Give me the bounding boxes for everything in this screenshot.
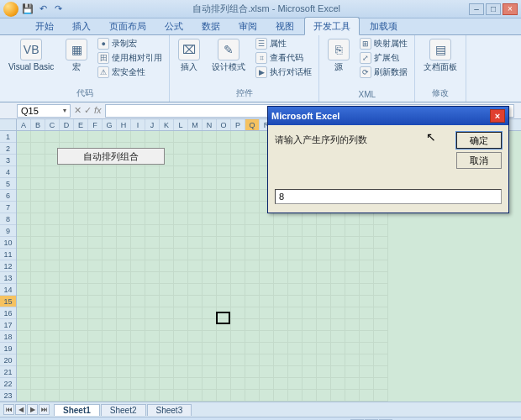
col-header-I[interactable]: I: [131, 119, 145, 130]
grid-row[interactable]: [17, 378, 521, 390]
tab-审阅[interactable]: 审阅: [230, 18, 266, 34]
row-header-7[interactable]: 7: [0, 202, 16, 213]
tab-加载项[interactable]: 加载项: [361, 18, 406, 34]
row-header-14[interactable]: 14: [0, 284, 16, 296]
grid-row[interactable]: [17, 260, 521, 272]
select-all-corner[interactable]: [0, 119, 17, 131]
row-header-8[interactable]: 8: [0, 213, 16, 225]
office-button[interactable]: [3, 2, 18, 17]
grid-row[interactable]: [17, 237, 521, 249]
row-header-3[interactable]: 3: [0, 155, 16, 166]
grid-row[interactable]: [17, 331, 521, 343]
macros-button[interactable]: ▦宏: [62, 37, 91, 73]
view-code-button[interactable]: ⌗查看代码: [254, 51, 313, 65]
tab-视图[interactable]: 视图: [267, 18, 303, 34]
grid-row[interactable]: [17, 213, 521, 225]
row-header-12[interactable]: 12: [0, 260, 16, 272]
row-header-9[interactable]: 9: [0, 225, 16, 237]
tab-页面布局[interactable]: 页面布局: [101, 18, 155, 34]
col-header-P[interactable]: P: [231, 119, 245, 130]
row-header-5[interactable]: 5: [0, 178, 16, 190]
grid-row[interactable]: [17, 354, 521, 366]
source-button[interactable]: ⎘源: [324, 37, 353, 73]
dialog-cancel-button[interactable]: 取消: [456, 152, 502, 169]
tab-开始[interactable]: 开始: [27, 18, 62, 34]
grid-row[interactable]: [17, 390, 521, 402]
use-relative-button[interactable]: 田使用相对引用: [96, 51, 164, 65]
expansion-button[interactable]: ⤢扩展包: [358, 51, 409, 65]
grid-row[interactable]: [17, 284, 521, 296]
row-header-16[interactable]: 16: [0, 307, 16, 319]
row-header-15[interactable]: 15: [0, 296, 16, 307]
sheet-first-button[interactable]: ⏮: [3, 404, 14, 415]
col-header-C[interactable]: C: [45, 119, 60, 130]
row-header-20[interactable]: 20: [0, 354, 16, 366]
grid-row[interactable]: [17, 366, 521, 378]
col-header-A[interactable]: A: [17, 119, 31, 130]
dialog-close-button[interactable]: ×: [490, 109, 505, 123]
maximize-button[interactable]: □: [486, 3, 501, 15]
row-header-22[interactable]: 22: [0, 378, 16, 390]
grid-row[interactable]: [17, 296, 521, 307]
tab-公式[interactable]: 公式: [156, 18, 192, 34]
sheet-last-button[interactable]: ⏭: [39, 404, 50, 415]
row-header-13[interactable]: 13: [0, 272, 16, 284]
dialog-input[interactable]: [275, 189, 502, 204]
properties-button[interactable]: ☰属性: [254, 37, 313, 50]
row-header-6[interactable]: 6: [0, 190, 16, 202]
macro-security-button[interactable]: ⚠宏安全性: [96, 66, 164, 79]
col-header-G[interactable]: G: [103, 119, 117, 130]
sheet-next-button[interactable]: ▶: [27, 404, 38, 415]
tab-数据[interactable]: 数据: [193, 18, 229, 34]
row-header-17[interactable]: 17: [0, 319, 16, 331]
enter-fx-icon[interactable]: ✓: [84, 105, 92, 116]
dialog-ok-button[interactable]: 确定: [456, 132, 502, 149]
grid-row[interactable]: [17, 307, 521, 319]
grid-row[interactable]: [17, 249, 521, 260]
chevron-down-icon[interactable]: ▾: [63, 107, 66, 114]
row-header-2[interactable]: 2: [0, 143, 16, 155]
insert-ctrl-button[interactable]: ⌧插入: [175, 37, 203, 73]
row-header-23[interactable]: 23: [0, 390, 16, 402]
record-macro-button[interactable]: ●录制宏: [96, 37, 164, 50]
grid-row[interactable]: [17, 319, 521, 331]
grid-row[interactable]: [17, 343, 521, 354]
col-header-K[interactable]: K: [160, 119, 174, 130]
row-header-11[interactable]: 11: [0, 249, 16, 260]
run-dialog-button[interactable]: ▶执行对话框: [254, 66, 313, 79]
dialog-titlebar[interactable]: Microsoft Excel ×: [268, 107, 508, 125]
sheet-tab-Sheet3[interactable]: Sheet3: [147, 404, 192, 416]
refresh-button[interactable]: ⟳刷新数据: [358, 66, 409, 79]
col-header-L[interactable]: L: [174, 119, 188, 130]
sheet-tab-Sheet2[interactable]: Sheet2: [101, 404, 146, 416]
col-header-Q[interactable]: Q: [245, 119, 260, 130]
minimize-button[interactable]: –: [469, 3, 484, 15]
redo-icon[interactable]: ↷: [52, 3, 64, 15]
undo-icon[interactable]: ↶: [37, 3, 49, 15]
save-icon[interactable]: 💾: [22, 3, 34, 15]
col-header-B[interactable]: B: [31, 119, 45, 130]
col-header-N[interactable]: N: [203, 119, 217, 130]
grid-row[interactable]: [17, 225, 521, 237]
col-header-H[interactable]: H: [117, 119, 131, 130]
sheet-tab-Sheet1[interactable]: Sheet1: [54, 404, 100, 416]
row-headers[interactable]: 1234567891011121314151617181920212223: [0, 131, 17, 402]
col-header-D[interactable]: D: [60, 119, 74, 130]
row-header-4[interactable]: 4: [0, 166, 16, 178]
col-header-O[interactable]: O: [217, 119, 231, 130]
row-header-19[interactable]: 19: [0, 343, 16, 354]
row-header-18[interactable]: 18: [0, 331, 16, 343]
tab-开发工具[interactable]: 开发工具: [304, 17, 360, 35]
name-box[interactable]: Q15 ▾: [17, 104, 71, 118]
row-header-1[interactable]: 1: [0, 131, 16, 143]
sheet-prev-button[interactable]: ◀: [15, 404, 26, 415]
form-button-auto-permute[interactable]: 自动排列组合: [57, 148, 165, 165]
col-header-F[interactable]: F: [88, 119, 103, 130]
fx-icon[interactable]: fx: [94, 105, 102, 116]
close-button[interactable]: ×: [503, 3, 518, 15]
row-header-10[interactable]: 10: [0, 237, 16, 249]
col-header-M[interactable]: M: [188, 119, 203, 130]
row-header-21[interactable]: 21: [0, 366, 16, 378]
visual-basic-button[interactable]: VBVisual Basic: [5, 37, 57, 73]
doc-panel-button[interactable]: ▤文档面板: [420, 37, 460, 73]
